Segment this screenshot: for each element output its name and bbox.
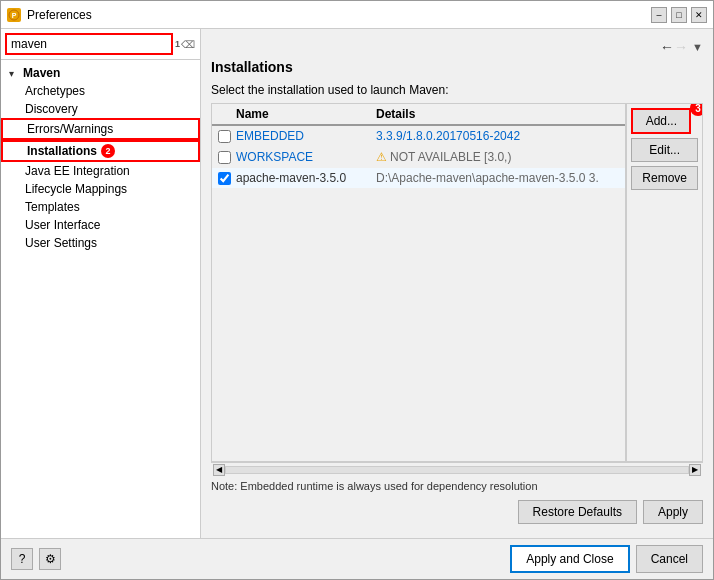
expand-icon: ▾ [9,68,21,79]
table-row-empty [212,249,625,269]
nav-dropdown-button[interactable]: ▼ [692,41,703,53]
panel-title: Installations [211,59,703,75]
installations-container: Name Details EMBEDDED 3.3.9/1.8.0.201705… [211,103,703,462]
row-2-checkbox[interactable] [218,151,231,164]
header-details: Details [376,107,625,121]
templates-label: Templates [25,200,80,214]
tree-section: ▾ Maven Archetypes Discovery Errors/Warn… [1,60,200,256]
row-1-check[interactable] [212,130,236,143]
maximize-button[interactable]: □ [671,7,687,23]
minimize-button[interactable]: – [651,7,667,23]
sidebar: 1 ⌫ ▾ Maven Archetypes Discovery Errors/… [1,29,201,538]
note-text: Note: Embedded runtime is always used fo… [211,476,703,496]
sidebar-item-installations[interactable]: Installations 2 [1,140,200,162]
scroll-left-button[interactable]: ◀ [213,464,225,476]
panel-bottom-buttons: Restore Defaults Apply [211,496,703,528]
row-3-details: D:\Apache-maven\apache-maven-3.5.0 3. [376,171,625,185]
table-row-empty [212,289,625,309]
panel-subtitle: Select the installation used to launch M… [211,83,703,97]
sidebar-item-user-settings[interactable]: User Settings [1,234,200,252]
sidebar-item-templates[interactable]: Templates [1,198,200,216]
footer-right-buttons: Apply and Close Cancel [510,545,703,573]
installations-table: Name Details EMBEDDED 3.3.9/1.8.0.201705… [212,104,626,461]
table-row-empty [212,189,625,209]
maven-label: Maven [23,66,60,80]
user-interface-label: User Interface [25,218,100,232]
table-row[interactable]: WORKSPACE ⚠NOT AVAILABLE [3.0,) [212,147,625,168]
cancel-button[interactable]: Cancel [636,545,703,573]
horizontal-scrollbar[interactable]: ◀ ▶ [211,462,703,476]
edit-button[interactable]: Edit... [631,138,698,162]
sidebar-item-java-ee[interactable]: Java EE Integration [1,162,200,180]
user-settings-label: User Settings [25,236,97,250]
help-button[interactable]: ? [11,548,33,570]
main-content: 1 ⌫ ▾ Maven Archetypes Discovery Errors/… [1,29,713,538]
preferences-window: P Preferences – □ ✕ 1 ⌫ ▾ Maven [0,0,714,580]
errors-warnings-label: Errors/Warnings [27,122,113,136]
search-input[interactable] [5,33,173,55]
row-2-name: WORKSPACE [236,150,376,164]
apply-button[interactable]: Apply [643,500,703,524]
sidebar-item-user-interface[interactable]: User Interface [1,216,200,234]
row-2-check[interactable] [212,151,236,164]
add-button[interactable]: Add... [631,108,691,134]
search-clear-button[interactable]: ⌫ [180,36,196,52]
window-controls: – □ ✕ [651,7,707,23]
callout-2: 2 [101,144,115,158]
nav-forward-button[interactable]: → [674,39,688,55]
close-button[interactable]: ✕ [691,7,707,23]
titlebar: P Preferences – □ ✕ [1,1,713,29]
row-1-details: 3.3.9/1.8.0.20170516-2042 [376,129,625,143]
right-panel: ← → ▼ Installations Select the installat… [201,29,713,538]
table-row[interactable]: EMBEDDED 3.3.9/1.8.0.20170516-2042 [212,126,625,147]
scroll-track[interactable] [225,466,689,474]
sidebar-item-errors-warnings[interactable]: Errors/Warnings [1,118,200,140]
table-row-empty [212,309,625,329]
installation-action-buttons: Add... 3 Edit... Remove [626,104,702,461]
lifecycle-label: Lifecycle Mappings [25,182,127,196]
sidebar-item-discovery[interactable]: Discovery [1,100,200,118]
window-title: Preferences [27,8,651,22]
row-1-name: EMBEDDED [236,129,376,143]
nav-back-button[interactable]: ← [660,39,674,55]
archetypes-label: Archetypes [25,84,85,98]
svg-text:P: P [12,12,17,19]
table-row-empty [212,269,625,289]
table-row-empty [212,229,625,249]
restore-defaults-button[interactable]: Restore Defaults [518,500,637,524]
apply-and-close-button[interactable]: Apply and Close [510,545,629,573]
window-footer: ? ⚙ Apply and Close Cancel [1,538,713,579]
row-2-details: ⚠NOT AVAILABLE [3.0,) [376,150,625,164]
footer-left-icons: ? ⚙ [11,548,61,570]
java-ee-label: Java EE Integration [25,164,130,178]
header-check [212,107,236,121]
table-header: Name Details [212,104,625,126]
callout-3: 3 [690,103,703,116]
table-row[interactable]: apache-maven-3.5.0 D:\Apache-maven\apach… [212,168,625,189]
search-box: 1 ⌫ [1,29,200,60]
settings-button[interactable]: ⚙ [39,548,61,570]
discovery-label: Discovery [25,102,78,116]
table-row-empty [212,329,625,349]
add-btn-wrapper: Add... 3 [631,108,698,134]
row-3-check[interactable] [212,172,236,185]
warning-icon: ⚠ [376,150,387,164]
window-icon: P [7,8,21,22]
scroll-right-button[interactable]: ▶ [689,464,701,476]
sidebar-item-archetypes[interactable]: Archetypes [1,82,200,100]
row-1-checkbox[interactable] [218,130,231,143]
installations-label: Installations [27,144,97,158]
table-row-empty [212,209,625,229]
sidebar-item-lifecycle[interactable]: Lifecycle Mappings [1,180,200,198]
row-3-name: apache-maven-3.5.0 [236,171,376,185]
row-3-checkbox[interactable] [218,172,231,185]
remove-button[interactable]: Remove [631,166,698,190]
sidebar-item-maven[interactable]: ▾ Maven [1,64,200,82]
header-name: Name [236,107,376,121]
